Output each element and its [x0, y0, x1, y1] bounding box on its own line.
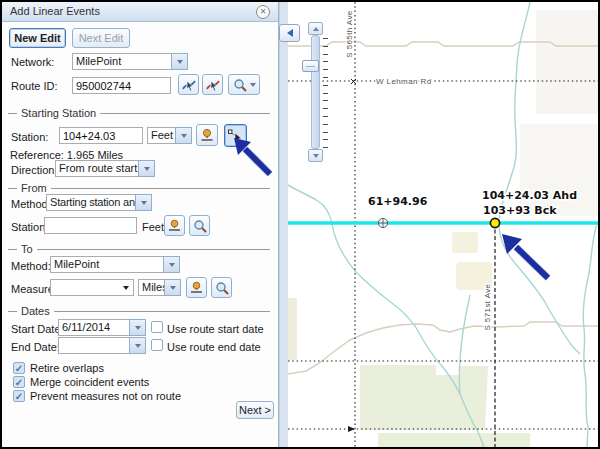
network-dropdown[interactable]: MilePoint [72, 53, 188, 70]
merge-coincident-checkbox[interactable]: ✓ [13, 376, 25, 388]
from-method-value: Starting station and offset [46, 194, 135, 211]
next-edit-button: Next Edit [72, 28, 130, 48]
to-units-dropdown-button[interactable] [164, 279, 181, 296]
station-pin-icon [189, 280, 204, 295]
chevron-down-icon [181, 134, 187, 138]
section-starting-station: Starting Station [8, 107, 270, 119]
network-dropdown-button[interactable] [171, 53, 188, 70]
to-method-dropdown[interactable]: MilePoint [50, 256, 180, 273]
close-icon[interactable]: ✕ [256, 5, 270, 19]
next-button[interactable]: Next > [236, 401, 274, 419]
to-set-measure-button[interactable] [186, 277, 207, 298]
from-method-dropdown[interactable]: Starting station and offset [46, 194, 152, 211]
set-station-button[interactable] [196, 124, 218, 146]
panel-map-splitter[interactable] [279, 2, 288, 447]
retire-overlaps-label: Retire overlaps [30, 362, 104, 374]
road-label-left-ave: S 565th Ave [345, 10, 354, 58]
road-tick [351, 79, 356, 84]
select-route-on-map-button[interactable] [178, 74, 199, 95]
from-method-dropdown-button[interactable] [135, 194, 152, 211]
zoom-slider-ticks [323, 38, 328, 148]
field-polygon [452, 232, 478, 253]
direction-value: From route start [55, 160, 138, 177]
chevron-down-icon [313, 154, 319, 158]
landuse-patch [288, 298, 297, 360]
section-dates: Dates [8, 305, 270, 317]
combo-chevron-icon[interactable] [123, 286, 129, 290]
magnifier-icon [215, 281, 229, 295]
to-units-dropdown[interactable]: Miles [138, 279, 181, 296]
zoom-slider-thumb[interactable] [302, 60, 319, 72]
from-station-input[interactable] [44, 217, 137, 234]
end-date-dropdown-button[interactable] [129, 337, 146, 354]
to-method-dropdown-button[interactable] [163, 256, 180, 273]
select-route-icon [181, 77, 197, 93]
zoom-slider-track[interactable] [311, 35, 320, 149]
zoom-in-button[interactable] [308, 22, 323, 35]
station-label: Station: [11, 131, 48, 143]
network-value: MilePoint [72, 53, 171, 70]
magnifier-icon [233, 78, 247, 92]
section-to: To [8, 243, 270, 255]
chevron-down-icon [141, 201, 147, 205]
stream-line [583, 224, 597, 447]
start-date-value: 6/11/2014 [58, 319, 129, 336]
route-id-input[interactable] [72, 77, 171, 94]
station-marker-circle-cross [378, 218, 387, 227]
zoom-out-button[interactable] [308, 149, 323, 162]
direction-label: Direction: [11, 164, 57, 176]
direction-dropdown-button[interactable] [138, 160, 155, 177]
to-units-value: Miles [138, 279, 164, 296]
from-zoom-button[interactable] [189, 215, 210, 236]
field-polygon [378, 433, 530, 447]
clear-route-selection-button[interactable] [202, 74, 223, 95]
network-label: Network: [11, 56, 54, 68]
to-method-label: Method: [11, 260, 51, 272]
chevron-down-icon [144, 167, 150, 171]
event-label-station2-back: 103+93 Bck [483, 204, 557, 217]
retire-overlaps-checkbox[interactable]: ✓ [13, 362, 25, 374]
collapse-panel-tab[interactable] [279, 24, 300, 42]
event-label-station1: 61+94.96 [368, 195, 428, 208]
clear-route-icon [205, 77, 221, 93]
chevron-up-icon [313, 27, 319, 31]
chevron-down-icon [250, 83, 256, 87]
to-zoom-button[interactable] [211, 277, 232, 298]
station-marker-yellow-point [490, 218, 499, 227]
road-label-lehman: W Lehman Rd [376, 77, 432, 86]
station-units-dropdown-button[interactable] [175, 127, 192, 144]
zoom-to-route-button[interactable] [228, 74, 260, 95]
chevron-down-icon [135, 326, 141, 330]
landuse-patch [536, 10, 598, 114]
use-route-start-date-checkbox[interactable]: ✓ [151, 321, 163, 333]
start-date-label: Start Date: [11, 323, 64, 335]
station-input[interactable] [59, 127, 143, 144]
prevent-measures-checkbox[interactable]: ✓ [13, 390, 25, 402]
from-units-label: Feet [142, 221, 164, 233]
start-date-dropdown[interactable]: 6/11/2014 [58, 319, 146, 336]
new-edit-button[interactable]: New Edit [9, 28, 66, 48]
panel-title: Add Linear Events [10, 5, 100, 17]
chevron-down-icon [135, 344, 141, 348]
route-id-label: Route ID: [11, 80, 57, 92]
app-window: Add Linear Events ✕ New Edit Next Edit N… [2, 2, 598, 447]
direction-dropdown[interactable]: From route start [55, 160, 155, 177]
field-polygon [360, 365, 488, 430]
station-units-dropdown[interactable]: Feet [147, 127, 192, 144]
station-pin-icon [199, 127, 215, 143]
from-method-label: Method: [11, 198, 51, 210]
chevron-down-icon [170, 286, 176, 290]
use-route-end-date-label: Use route end date [167, 341, 261, 353]
use-route-end-date-checkbox[interactable]: ✓ [151, 339, 163, 351]
panel-titlebar: Add Linear Events ✕ [2, 2, 278, 22]
chevron-down-icon [177, 60, 183, 64]
map-canvas[interactable]: W Lehman Rd S 565th Ave S 571st Ave 61+9… [288, 2, 598, 447]
prevent-measures-label: Prevent measures not on route [30, 390, 181, 402]
add-linear-events-panel: Add Linear Events ✕ New Edit Next Edit N… [2, 2, 279, 447]
from-set-station-button[interactable] [164, 215, 185, 236]
to-measure-combo[interactable] [50, 279, 134, 296]
to-method-value: MilePoint [50, 256, 163, 273]
section-from: From [8, 182, 270, 194]
end-date-dropdown[interactable] [58, 337, 146, 354]
start-date-dropdown-button[interactable] [129, 319, 146, 336]
